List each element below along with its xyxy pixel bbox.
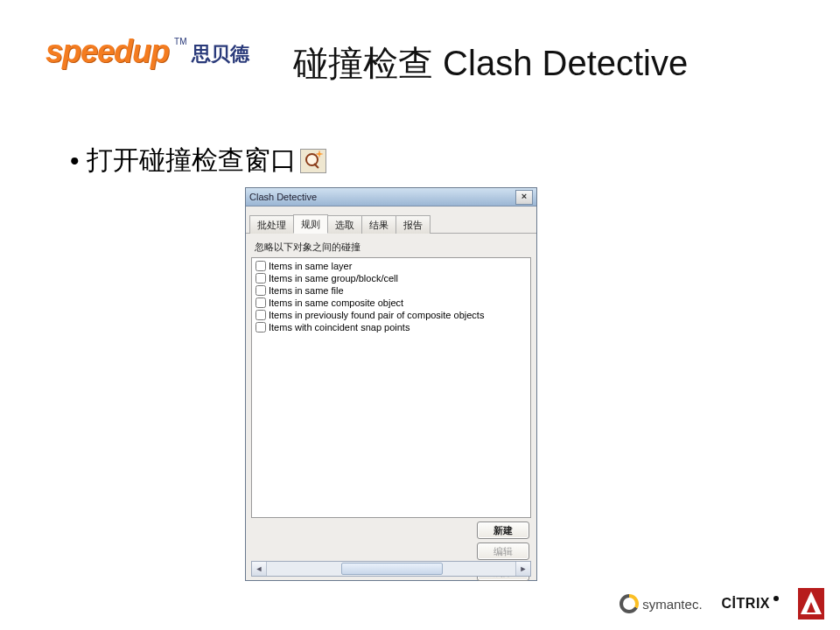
scroll-track[interactable]: [267, 562, 515, 576]
symantec-text: symantec.: [642, 597, 702, 612]
rule-checkbox[interactable]: [256, 322, 266, 332]
citrix-text: CİTRIX: [722, 596, 770, 612]
horizontal-scrollbar[interactable]: ◄ ►: [251, 561, 531, 577]
window-title: Clash Detective: [249, 192, 317, 202]
scroll-left-icon[interactable]: ◄: [252, 562, 267, 576]
rule-checkbox[interactable]: [256, 285, 266, 296]
citrix-logo: CİTRIX: [722, 596, 779, 612]
rule-label: Items in previously found pair of compos…: [269, 310, 484, 320]
list-item[interactable]: Items in same group/block/cell: [252, 272, 530, 284]
rules-panel-subtitle: 忽略以下对象之间的碰撞: [251, 239, 531, 257]
tab-results[interactable]: 结果: [361, 215, 396, 234]
rule-label: Items with coincident snap points: [269, 322, 410, 332]
rule-checkbox[interactable]: [256, 310, 266, 320]
tab-batch[interactable]: 批处理: [249, 215, 294, 234]
list-item[interactable]: Items in previously found pair of compos…: [252, 309, 530, 321]
bullet-text: 打开碰撞检查窗口: [87, 143, 297, 178]
rule-label: Items in same group/block/cell: [269, 273, 398, 284]
scroll-right-icon[interactable]: ►: [515, 562, 530, 576]
rule-label: Items in same file: [269, 285, 344, 296]
adobe-logo-icon: [798, 588, 824, 620]
symantec-logo: symantec.: [620, 594, 702, 613]
symantec-mark-icon: [620, 594, 639, 613]
rules-items-pane: Items in same layer Items in same group/…: [251, 257, 531, 518]
clash-detective-toolbar-icon[interactable]: [300, 149, 326, 173]
rules-panel: 忽略以下对象之间的碰撞 Items in same layer Items in…: [246, 234, 536, 518]
tabstrip: 批处理 规则 选取 结果 报告: [246, 206, 536, 234]
logo-text-cn: 思贝德: [192, 41, 249, 70]
close-icon[interactable]: ×: [515, 190, 533, 205]
window-titlebar[interactable]: Clash Detective ×: [246, 188, 536, 206]
edit-button[interactable]: 编辑: [477, 542, 529, 560]
tab-report[interactable]: 报告: [396, 215, 430, 234]
list-item[interactable]: Items with coincident snap points: [252, 321, 530, 333]
logo-tm: TM: [174, 33, 186, 46]
rule-label: Items in same composite object: [269, 298, 403, 308]
list-item[interactable]: Items in same layer: [252, 260, 530, 272]
tab-rules[interactable]: 规则: [293, 214, 328, 234]
scroll-thumb[interactable]: [341, 563, 443, 575]
new-button[interactable]: 新建: [477, 522, 529, 539]
citrix-dot-icon: [774, 596, 779, 601]
bullet-line: • 打开碰撞检查窗口: [70, 143, 326, 178]
rule-checkbox[interactable]: [256, 298, 266, 308]
spark-icon: [316, 150, 324, 158]
footer-logos: symantec. CİTRIX: [620, 588, 824, 620]
page-title: 碰撞检查 Clash Detective: [293, 39, 688, 88]
tab-select[interactable]: 选取: [327, 215, 362, 234]
brand-logo: speedup TM 思贝德: [46, 33, 249, 70]
logo-text-en: speedup: [46, 33, 169, 70]
list-item[interactable]: Items in same composite object: [252, 297, 530, 309]
rule-checkbox[interactable]: [256, 273, 266, 284]
clash-detective-window: Clash Detective × 批处理 规则 选取 结果 报告 忽略以下对象…: [245, 187, 537, 581]
bullet-mark: •: [70, 146, 80, 176]
rule-label: Items in same layer: [269, 261, 352, 271]
list-item[interactable]: Items in same file: [252, 284, 530, 297]
rule-checkbox[interactable]: [256, 261, 266, 271]
